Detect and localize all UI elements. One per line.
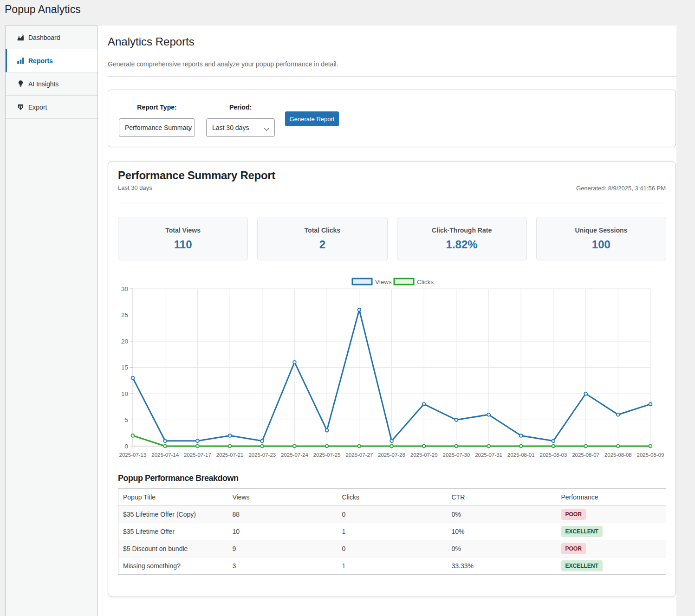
svg-text:2025-07-28: 2025-07-28	[378, 452, 405, 458]
svg-text:2025-08-07: 2025-08-07	[572, 452, 599, 458]
svg-text:2025-08-03: 2025-08-03	[539, 452, 567, 458]
svg-text:30: 30	[121, 285, 128, 292]
svg-text:Views: Views	[375, 279, 392, 285]
svg-text:2025-07-24: 2025-07-24	[281, 452, 308, 458]
svg-text:15: 15	[121, 364, 128, 371]
svg-text:2025-07-25: 2025-07-25	[313, 452, 341, 458]
svg-text:25: 25	[121, 311, 128, 318]
svg-text:2025-08-08: 2025-08-08	[604, 452, 632, 458]
svg-text:10: 10	[121, 390, 128, 397]
svg-text:0: 0	[124, 443, 128, 450]
svg-text:2025-07-23: 2025-07-23	[248, 452, 276, 458]
svg-text:20: 20	[121, 338, 128, 345]
svg-text:2025-07-14: 2025-07-14	[151, 452, 179, 458]
svg-text:2025-07-17: 2025-07-17	[184, 452, 211, 458]
svg-text:2025-07-27: 2025-07-27	[345, 452, 373, 458]
svg-text:2025-07-13: 2025-07-13	[119, 452, 147, 458]
svg-text:2025-07-29: 2025-07-29	[410, 452, 438, 458]
svg-text:2025-08-01: 2025-08-01	[507, 452, 535, 458]
svg-text:2025-08-09: 2025-08-09	[637, 452, 664, 458]
svg-text:2025-07-30: 2025-07-30	[442, 452, 470, 458]
svg-text:Clicks: Clicks	[417, 279, 434, 285]
svg-text:2025-07-21: 2025-07-21	[216, 452, 244, 458]
svg-text:2025-07-31: 2025-07-31	[475, 452, 502, 458]
svg-text:5: 5	[124, 416, 128, 423]
